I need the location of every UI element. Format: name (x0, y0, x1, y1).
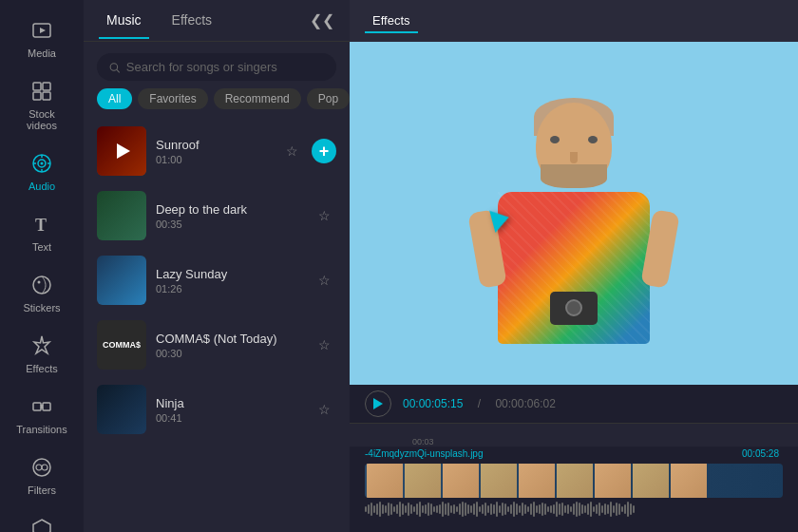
clip-thumb (557, 464, 593, 498)
svg-rect-4 (33, 92, 41, 100)
timeline-controls: 00:00:05:15 / 00:00:06:02 (350, 385, 798, 424)
song-title: Lazy Sunday (156, 267, 302, 281)
svg-point-22 (110, 63, 117, 69)
song-actions: ☆ + (279, 139, 336, 163)
song-duration: 01:00 (156, 154, 270, 165)
song-info: Deep to the dark 00:35 (156, 202, 302, 230)
svg-point-19 (36, 465, 42, 470)
search-bar (97, 53, 336, 81)
sidebar-item-stickers[interactable]: Stickers (6, 264, 78, 321)
text-icon: T (28, 211, 55, 238)
sidebar-item-media[interactable]: Media (6, 10, 78, 66)
clip-thumb (405, 464, 441, 498)
filter-recommend[interactable]: Recommend (214, 88, 301, 109)
svg-point-15 (38, 281, 41, 284)
favorite-button[interactable]: ☆ (312, 203, 336, 228)
song-duration: 00:35 (156, 218, 302, 230)
clip-thumb (633, 464, 669, 498)
song-title: COMMA$ (Not Today) (156, 332, 302, 346)
list-item[interactable]: Sunroof 01:00 ☆ + (84, 119, 350, 183)
play-icon (117, 143, 130, 159)
camera (550, 292, 598, 325)
song-actions: ☆ (312, 203, 336, 228)
top-nav: Effects (350, 0, 798, 42)
tab-music[interactable]: Music (99, 3, 149, 39)
clip-duration: 00:05:28 (742, 448, 779, 459)
person-body (498, 192, 650, 344)
sidebar-item-effects[interactable]: Effects (6, 325, 78, 382)
sidebar-item-library[interactable]: Library (6, 507, 78, 532)
panel-tabs: Music Effects ❮❮ (84, 0, 350, 42)
sidebar-item-label: Text (32, 241, 51, 253)
svg-marker-21 (33, 520, 50, 532)
sidebar-item-transitions[interactable]: Transitions (6, 386, 78, 443)
favorite-button[interactable]: ☆ (312, 268, 336, 293)
list-item[interactable]: Lazy Sunday 01:26 ☆ (84, 248, 350, 313)
sidebar-item-text[interactable]: T Text (6, 203, 78, 260)
search-icon (108, 61, 121, 74)
clip-thumb (367, 464, 403, 498)
filter-row: All Favorites Recommend Pop ▾ (84, 88, 350, 119)
song-title: Deep to the dark (156, 202, 302, 217)
audio-icon (28, 150, 55, 177)
list-item[interactable]: Deep to the dark 00:35 ☆ (84, 183, 350, 248)
svg-rect-16 (33, 403, 41, 410)
song-thumbnail: COMMA$ (97, 320, 146, 370)
song-title: Ninja (156, 396, 302, 410)
list-item[interactable]: COMMA$ COMMA$ (Not Today) 00:30 ☆ (84, 313, 350, 377)
track-clip[interactable] (365, 464, 783, 498)
right-area: Effects (350, 0, 798, 532)
filter-favorites[interactable]: Favorites (138, 88, 207, 109)
song-thumbnail (97, 256, 146, 305)
collapse-button[interactable]: ❮❮ (310, 11, 334, 29)
preview-area (350, 42, 798, 385)
song-actions: ☆ (312, 332, 336, 357)
song-list: Sunroof 01:00 ☆ + Deep to the dark 00:35… (84, 119, 350, 532)
svg-rect-17 (43, 403, 50, 410)
sidebar-item-label: Stickers (23, 302, 60, 314)
search-input[interactable] (126, 60, 325, 74)
song-thumbnail (97, 191, 146, 240)
timeline-track: -4iZmqdyzmQi-unsplash.jpg 00:05:28 (350, 446, 798, 500)
play-button[interactable] (365, 390, 391, 417)
sidebar-item-label: Effects (26, 363, 57, 374)
clip-thumb (481, 464, 517, 498)
sidebar-item-label: Stock videos (15, 108, 68, 131)
svg-rect-2 (33, 83, 41, 90)
list-item[interactable]: Ninja 00:41 ☆ (84, 377, 350, 442)
clip-thumb (443, 464, 479, 498)
time-separator: / (474, 397, 484, 410)
song-duration: 00:30 (156, 348, 302, 359)
add-button[interactable]: + (312, 139, 336, 163)
sidebar-item-label: Transitions (16, 424, 66, 435)
top-nav-effects[interactable]: Effects (365, 10, 418, 33)
song-thumbnail (97, 385, 146, 434)
stickers-icon (28, 272, 55, 298)
favorite-button[interactable]: ☆ (279, 139, 304, 163)
transitions-icon (28, 393, 55, 420)
library-icon (28, 515, 55, 532)
sidebar-item-label: Media (28, 48, 56, 59)
song-actions: ☆ (312, 268, 336, 293)
song-duration: 01:26 (156, 283, 302, 294)
favorite-button[interactable]: ☆ (312, 397, 336, 422)
song-duration: 00:41 (156, 412, 302, 424)
waveform: // Generate waveform bars inline const h… (350, 500, 798, 519)
song-info: COMMA$ (Not Today) 00:30 (156, 332, 302, 359)
sidebar-item-audio[interactable]: Audio (6, 142, 78, 200)
svg-line-23 (117, 69, 120, 72)
clip-thumb (519, 464, 555, 498)
sidebar-item-stock[interactable]: Stock videos (6, 70, 78, 139)
tab-effects[interactable]: Effects (164, 3, 220, 39)
filter-all[interactable]: All (97, 88, 132, 109)
svg-marker-24 (373, 398, 383, 409)
sidebar-item-filters[interactable]: Filters (6, 446, 78, 504)
sidebar-item-label: Audio (28, 180, 55, 192)
song-info: Lazy Sunday 01:26 (156, 267, 302, 294)
favorite-button[interactable]: ☆ (312, 332, 336, 357)
filter-pop[interactable]: Pop (307, 88, 350, 109)
ruler-mark: 00:03 (412, 437, 434, 446)
svg-point-14 (33, 276, 50, 294)
preview-image (350, 42, 798, 385)
effects-icon (28, 332, 55, 359)
